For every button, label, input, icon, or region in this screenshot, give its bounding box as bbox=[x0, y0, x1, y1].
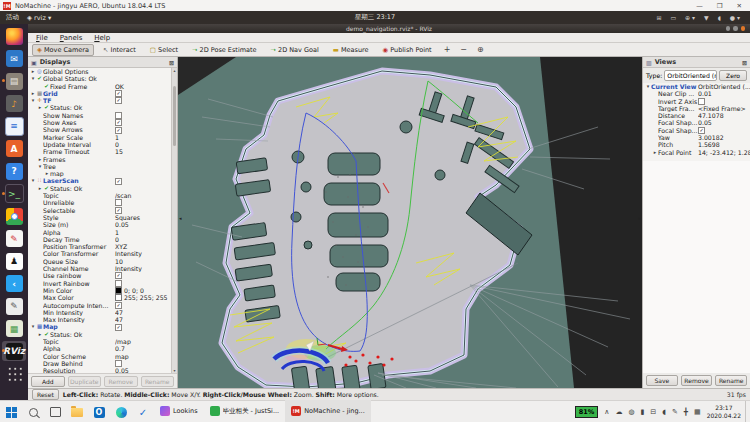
target-icon[interactable]: ⊕ ▾ bbox=[685, 14, 695, 21]
view-property-row[interactable]: ▾Current ViewOrbitOriented (... bbox=[643, 83, 750, 90]
display-property-value[interactable]: Intensity bbox=[115, 265, 177, 272]
edge-icon[interactable] bbox=[110, 401, 132, 422]
volume-icon[interactable]: ◖ bbox=[718, 14, 721, 21]
search-icon[interactable] bbox=[22, 401, 44, 422]
ime-icon[interactable]: ▦ bbox=[694, 408, 701, 416]
minimize-button[interactable]: — bbox=[696, 2, 703, 10]
3d-viewport[interactable]: ◂ ▸ bbox=[178, 57, 642, 388]
display-property-value[interactable]: 0 bbox=[115, 236, 177, 243]
pose-estimate-tool[interactable]: ➝2D Pose Estimate bbox=[187, 44, 262, 56]
views-panel-header[interactable]: ▥ Views ⊠ bbox=[643, 57, 750, 68]
add-tool-button[interactable]: + bbox=[441, 45, 454, 54]
display-property-value[interactable]: ✓ bbox=[115, 90, 177, 97]
display-property-row[interactable]: Decay Time0 bbox=[28, 236, 177, 243]
view-property-value[interactable]: 47.1078 bbox=[698, 112, 750, 119]
taskbar-clock[interactable]: 23:17 2020.04.22 bbox=[707, 404, 745, 420]
display-property-row[interactable]: Channel NameIntensity bbox=[28, 265, 177, 272]
reset-button[interactable]: Reset bbox=[32, 389, 59, 400]
view-property-value[interactable] bbox=[698, 98, 750, 105]
view-property-row[interactable]: ▸Focal Point14; -23.412; 1.2859 bbox=[643, 149, 750, 156]
display-property-row[interactable]: ▸◎Global Options bbox=[28, 68, 177, 75]
menu-panels[interactable]: Panels bbox=[55, 34, 88, 42]
display-property-value[interactable]: Squares bbox=[115, 214, 177, 221]
display-property-value[interactable] bbox=[115, 112, 177, 119]
display-property-value[interactable]: 15 bbox=[115, 148, 177, 155]
display-property-value[interactable]: 47 bbox=[115, 309, 177, 316]
view-property-value[interactable]: 0.05 bbox=[698, 119, 750, 126]
display-property-value[interactable]: 1 bbox=[115, 229, 177, 236]
publish-point-tool[interactable]: ◉Publish Point bbox=[378, 44, 437, 56]
taskbar-window-lookins[interactable]: Lookins bbox=[154, 400, 204, 422]
checkbox[interactable]: ✓ bbox=[115, 97, 122, 104]
display-property-row[interactable]: ▾✔Global Status: Ok bbox=[28, 75, 177, 82]
display-property-value[interactable]: 0.05 bbox=[115, 221, 177, 228]
display-icon[interactable]: ▭ bbox=[670, 14, 676, 21]
display-property-row[interactable]: Alpha1 bbox=[28, 229, 177, 236]
todo-check-icon[interactable]: ✓ bbox=[132, 401, 154, 422]
window-tile-icon[interactable]: ⊞ bbox=[656, 14, 661, 21]
outlook-icon[interactable]: O bbox=[88, 401, 110, 422]
display-property-value[interactable]: /scan bbox=[115, 192, 177, 199]
thunderbird-icon[interactable]: ✉ bbox=[2, 49, 26, 69]
display-property-row[interactable]: Show Names bbox=[28, 112, 177, 119]
display-property-row[interactable]: ▾✛TF✓ bbox=[28, 97, 177, 104]
splitter-right-icon[interactable]: ▸ bbox=[638, 215, 641, 221]
display-property-value[interactable]: 0 bbox=[115, 141, 177, 148]
activities-button[interactable]: 活动 bbox=[6, 13, 19, 22]
display-property-row[interactable]: Show Arrows✓ bbox=[28, 126, 177, 133]
image-viewer-icon[interactable]: ▦ bbox=[2, 319, 26, 339]
view-property-value[interactable]: OrbitOriented (... bbox=[698, 83, 750, 90]
display-property-value[interactable]: /map bbox=[115, 338, 177, 345]
text-editor-icon[interactable]: ✎ bbox=[2, 296, 26, 316]
menu-file[interactable]: File bbox=[31, 34, 53, 42]
show-applications-icon[interactable] bbox=[2, 364, 26, 384]
display-property-row[interactable]: Marker Scale1 bbox=[28, 134, 177, 141]
checkbox[interactable]: ✓ bbox=[115, 207, 122, 214]
pen-icon[interactable]: ✎ bbox=[672, 408, 678, 416]
checkbox[interactable] bbox=[115, 360, 122, 367]
checkbox[interactable]: ✓ bbox=[115, 302, 122, 309]
display-property-row[interactable]: StyleSquares bbox=[28, 214, 177, 221]
remove-tool-button[interactable]: − bbox=[457, 45, 470, 54]
whiteboard-icon[interactable]: ✎ bbox=[2, 229, 26, 249]
taskbar-window-justsi[interactable]: 毕业相关 - JustSi... bbox=[204, 400, 286, 422]
rviz-close-button[interactable] bbox=[741, 26, 746, 31]
display-property-row[interactable]: Queue Size10 bbox=[28, 258, 177, 265]
rviz-icon[interactable]: RViz bbox=[2, 341, 26, 361]
display-property-row[interactable]: Resolution0.05 bbox=[28, 367, 177, 374]
rviz-maximize-button[interactable] bbox=[733, 26, 738, 31]
displays-panel-header[interactable]: ▣ Displays ⊠ bbox=[28, 57, 177, 68]
display-property-value[interactable]: map bbox=[115, 353, 177, 360]
display-property-value[interactable]: ✓ bbox=[115, 127, 177, 134]
tool-options-button[interactable]: ⊕ bbox=[474, 45, 487, 54]
checkbox[interactable]: ✓ bbox=[115, 272, 122, 279]
battery-widget[interactable]: 81% bbox=[575, 406, 599, 418]
view-property-row[interactable]: Distance47.1078 bbox=[643, 112, 750, 119]
rviz-minimize-button[interactable] bbox=[726, 26, 731, 31]
displays-close-icon[interactable]: ⊠ bbox=[169, 59, 174, 66]
displays-scrollbar[interactable]: ▴ ▾ bbox=[171, 68, 177, 373]
menu-help[interactable]: Help bbox=[89, 34, 115, 42]
libreoffice-writer-icon[interactable]: ≡ bbox=[2, 116, 26, 136]
display-property-row[interactable]: Topic/scan bbox=[28, 192, 177, 199]
start-button[interactable] bbox=[0, 401, 22, 422]
touch-keyboard-icon[interactable]: ╋ bbox=[684, 408, 688, 416]
checkbox[interactable]: ✓ bbox=[115, 127, 122, 134]
display-property-row[interactable]: ✔Fixed FrameOK bbox=[28, 83, 177, 90]
select-tool[interactable]: ▢Select bbox=[145, 44, 183, 56]
rhythmbox-icon[interactable]: ♪ bbox=[2, 94, 26, 114]
display-property-value[interactable]: ✓ bbox=[115, 178, 177, 185]
file-explorer-icon[interactable] bbox=[66, 401, 88, 422]
files-icon[interactable]: ▤ bbox=[2, 71, 26, 91]
battery-tray-icon[interactable]: ▮ bbox=[640, 408, 644, 416]
display-property-row[interactable]: Use rainbow✓ bbox=[28, 272, 177, 279]
scrollbar-handle[interactable] bbox=[173, 86, 177, 146]
view-property-row[interactable]: Focal Shap...✓ bbox=[643, 127, 750, 134]
display-property-value[interactable]: 47 bbox=[115, 316, 177, 323]
display-property-value[interactable] bbox=[115, 360, 177, 367]
display-property-row[interactable]: ▸✔Status: Ok bbox=[28, 185, 177, 192]
display-property-row[interactable]: ▸▦Grid✓ bbox=[28, 90, 177, 97]
display-property-row[interactable]: ▸map bbox=[28, 170, 177, 177]
display-property-value[interactable]: OK bbox=[115, 83, 177, 90]
onedrive-icon[interactable]: ☁ bbox=[615, 408, 622, 416]
